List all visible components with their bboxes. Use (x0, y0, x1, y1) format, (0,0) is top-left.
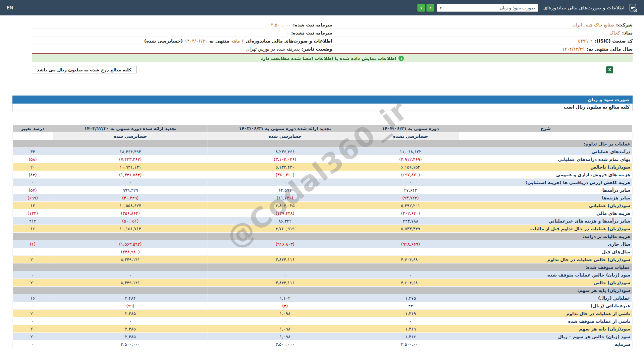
value-cell: (۹۹) (53, 302, 208, 310)
value-cell (362, 233, 459, 240)
value-cell: ۱۱,۰۶۸,۶۲۲ (362, 148, 459, 156)
row-label: غیرعملیاتي (ریال) (459, 302, 632, 310)
row-label: سود(زیان) خالص (459, 279, 632, 287)
info-label: کد صنعت (ISIC): (595, 38, 633, 44)
company-info-row: نماد:کخاک (332, 29, 633, 37)
row-label: ناشي از عملیات در حال تداوم (459, 310, 632, 317)
statement-data-row: سایر هزینه‌ها(۹۳,۷۲۴)(۱۱,۷۳۶)(۳۰,۲۴۹)(۶۹… (13, 194, 633, 202)
info-value: ۱۴۰۴/۰۶/۳۱ (185, 38, 207, 44)
value-cell: ۲,۳۸۵ (53, 325, 208, 333)
statement-data-row: سود(زیان) ناخالص۶,۱۵۶,۱۵۳۵,۱۳۲,۴۳۰۱۰,۹۳۱… (13, 163, 633, 171)
value-cell (362, 263, 459, 271)
prev-statement-button[interactable]: ‹ (426, 4, 434, 12)
change-cell: ۴۱۴ (13, 217, 53, 225)
unit-note-box: کلیه مبالغ درج شده به میلیون ریال می باش… (32, 66, 137, 73)
company-info-row: سرمایه ثبت نشده:۰ (32, 29, 332, 37)
value-cell: ۰ (208, 248, 362, 256)
row-label: عملیات متوقف شده: (459, 263, 632, 271)
row-label: سال جاری (459, 240, 632, 248)
value-cell: ۱۸,۳۶۴,۴۹۳ (53, 148, 208, 156)
value-cell: ۸,۲۳۶,۴۶۶ (208, 148, 362, 156)
value-cell: ۴۴ (362, 302, 459, 310)
change-cell: ۲۰ (13, 163, 53, 171)
change-cell (13, 140, 53, 148)
page: { "topbar": { "title": "اطلاعات و صورت‌ه… (0, 0, 644, 362)
topbar: اطلاعات و صورت‌های مالی میاندوره‌ای صورت… (0, 0, 644, 15)
company-info-left-column: سرمایه ثبت شده:۳,۵۰۰,۰۰۰سرمایه ثبت نشده:… (32, 21, 332, 53)
value-cell: (۱۲۹,۴۴۸) (208, 209, 362, 217)
change-cell: ۱۶ (13, 225, 53, 233)
value-cell: (۴,۹۱۲,۴۶۹) (362, 156, 459, 163)
change-cell: ۲۰ (13, 256, 53, 263)
row-label: هزینه مالیات بر درآمد: (459, 233, 632, 240)
change-cell: (۱) (13, 240, 53, 248)
info-icon: i (398, 56, 404, 61)
value-cell (208, 263, 362, 271)
col-subheader-empty (459, 132, 632, 140)
value-cell: ۱,۳۱۹ (362, 310, 459, 317)
value-cell: (۱,۵۶۳,۵۹۲) (53, 240, 208, 248)
change-cell: ۱۲ (13, 202, 53, 209)
row-label: هزینه های مالی (459, 209, 632, 217)
change-cell: (۱۳۴) (13, 209, 53, 217)
value-cell: (۹۳,۷۲۴) (362, 194, 459, 202)
section-divider (0, 81, 644, 81)
row-label: عملیات در حال تداوم: (459, 140, 632, 148)
change-cell: ۰ (13, 341, 53, 348)
statement-data-row: سایر درآمدها۲۷,۶۴۲۶۳,۵۹۱۹۹۹,۳۲۹(۵۷) (13, 186, 633, 194)
language-toggle-en[interactable]: EN (7, 5, 13, 10)
income-statement-table: شرح دوره منتهی به ۱۴۰۴/۰۶/۳۱ تجدید ارائه… (12, 124, 633, 348)
info-label: نماد: (622, 30, 633, 36)
change-cell: ۲۰ (13, 279, 53, 287)
row-label: سود (زیان) خالص هر سهم – ریال (459, 333, 632, 341)
value-cell: ۴,۸۰۴,۰۲۵ (208, 202, 362, 209)
value-cell: ۸,۳۴۹,۱۴۱ (53, 256, 208, 263)
info-value: ۰ (287, 30, 289, 36)
statement-data-row: سود(زیان) خالص۴,۶۰۴,۶۸۰۳,۸۴۴,۱۱۶۸,۳۴۹,۱۴… (13, 279, 633, 287)
table-header: شرح دوره منتهی به ۱۴۰۴/۰۶/۳۱ تجدید ارائه… (13, 125, 633, 140)
table-header-periods-row: شرح دوره منتهی به ۱۴۰۴/۰۶/۳۱ تجدید ارائه… (13, 125, 633, 132)
row-label: سود(زیان) عملیاتي (459, 202, 632, 209)
signature-match-banner: i اطلاعات نمایش داده شده با اطلاعات امضا… (32, 54, 633, 62)
statement-data-row: سایر درآمدها و هزینه های غیرعملیاتي۴۴۳,۷… (13, 217, 633, 225)
info-label: وضعیت ناشر: (302, 46, 332, 52)
change-cell: -- (13, 302, 53, 310)
value-cell: (۱۱,۷۳۶) (208, 194, 362, 202)
col-subheader-audit-prior: حسابرسی شده (208, 132, 362, 140)
statement-data-row: غیرعملیاتي (ریال)۴۴(۴)(۹۹)-- (13, 302, 633, 310)
statement-data-row: سال جاری(۹۲۸,۶۶۹)(۹۱۶,۸۰۳)(۱,۵۶۳,۵۹۲)(۱) (13, 240, 633, 248)
info-value: ۶ ماهه (231, 38, 244, 44)
statement-type-select[interactable]: صورت سود و زیان ▼ (437, 4, 538, 12)
value-cell: ۱,۰۹۸ (208, 325, 362, 333)
change-cell: ۳۴ (13, 148, 53, 156)
value-cell (208, 287, 362, 294)
company-info-section: شرکت:صنایع خاک چینی ایراننماد:کخاککد صنع… (32, 21, 633, 74)
value-cell: ۳,۵۰۰,۰۰۰ (208, 341, 362, 348)
value-cell: (۳۰,۲۴۹) (53, 194, 208, 202)
value-cell: ۹۹۹,۳۲۹ (53, 186, 208, 194)
excel-export-icon[interactable]: X (606, 66, 613, 73)
info-label: منتهی به (209, 38, 229, 44)
change-cell (13, 233, 53, 240)
company-info-row: کد صنعت (ISIC):۵۴۹۹۰۲ (332, 37, 633, 45)
company-info-right-column: شرکت:صنایع خاک چینی ایراننماد:کخاککد صنع… (332, 21, 633, 53)
value-cell: ۸,۳۴۹,۱۴۱ (53, 279, 208, 287)
value-cell: (۴) (208, 302, 362, 310)
value-cell: (۲۳۸,۹۸۰) (53, 248, 208, 256)
value-cell: ۰ (53, 179, 208, 186)
next-statement-button[interactable]: › (417, 4, 425, 12)
statement-data-row: هزینه های مالی(۳۰۲,۶۴۰)(۱۲۹,۴۴۸)(۳۵۶,۸۶۳… (13, 209, 633, 217)
value-cell (362, 287, 459, 294)
value-cell: ۳,۵۰۰,۰۰۰ (362, 341, 459, 348)
chevron-down-icon: ▼ (440, 6, 442, 9)
table-header-audit-row: حسابرسی نشده حسابرسی شده حسابرسی شده (13, 132, 633, 140)
statement-data-row: ناشي از عملیات متوقف شده۰۰۰۰ (13, 317, 633, 325)
company-info-row: شرکت:صنایع خاک چینی ایران (332, 21, 633, 29)
value-cell (208, 140, 362, 148)
value-cell: ۳,۸۴۴,۱۱۶ (208, 256, 362, 263)
statement-title-bar: صورت سود و زیان (12, 96, 633, 104)
value-cell: ۵,۱۳۲,۴۳۰ (208, 163, 362, 171)
value-cell: ۶۳,۵۹۱ (208, 186, 362, 194)
value-cell: (۹۲۸,۶۶۹) (362, 240, 459, 248)
change-cell: ۱۶ (13, 294, 53, 302)
